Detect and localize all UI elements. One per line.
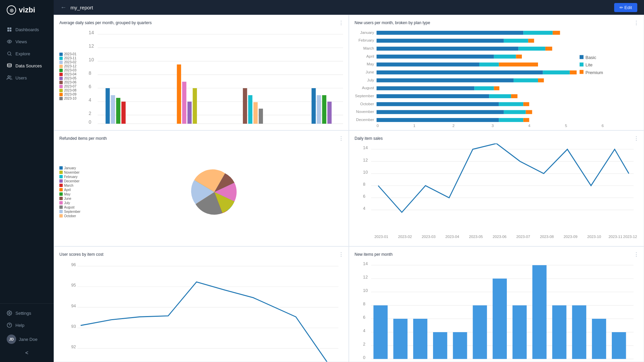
svg-rect-33 bbox=[111, 95, 115, 124]
svg-rect-36 bbox=[177, 64, 181, 124]
legend-item: 2023-10 bbox=[59, 97, 76, 100]
chart-card-3: Refunded items per month ⋮ January Novem… bbox=[54, 130, 349, 246]
sidebar-item-help[interactable]: Help bbox=[0, 319, 54, 331]
svg-text:2023-11: 2023-11 bbox=[608, 235, 622, 239]
svg-text:2023-09: 2023-09 bbox=[564, 235, 577, 239]
svg-text:August: August bbox=[362, 85, 374, 90]
svg-rect-80 bbox=[504, 39, 528, 43]
svg-rect-87 bbox=[489, 94, 511, 98]
svg-text:4: 4 bbox=[89, 97, 91, 103]
svg-rect-78 bbox=[377, 118, 499, 122]
chart-menu-4[interactable]: ⋮ bbox=[634, 135, 639, 142]
svg-text:0: 0 bbox=[89, 119, 91, 125]
explore-icon bbox=[7, 51, 12, 56]
settings-icon bbox=[7, 310, 12, 316]
svg-rect-1 bbox=[10, 27, 11, 29]
svg-text:2023-10: 2023-10 bbox=[587, 235, 601, 239]
svg-rect-94 bbox=[516, 55, 522, 59]
chart-svg-6: 14 12 10 8 6 4 2 0 bbox=[355, 259, 638, 362]
report-title: my_report bbox=[70, 5, 93, 10]
chart-menu-1[interactable]: ⋮ bbox=[338, 20, 344, 26]
svg-rect-180 bbox=[552, 305, 566, 359]
svg-text:95: 95 bbox=[71, 283, 76, 288]
svg-rect-81 bbox=[519, 47, 545, 51]
svg-rect-173 bbox=[413, 319, 427, 359]
sidebar-item-datasources[interactable]: Data Sources bbox=[0, 60, 54, 72]
svg-rect-3 bbox=[10, 30, 11, 32]
svg-rect-93 bbox=[545, 47, 552, 51]
user-profile[interactable]: JD Jane Doe bbox=[0, 331, 54, 347]
pie-chart-container: January November February December March… bbox=[59, 143, 343, 240]
collapse-icon: < bbox=[25, 350, 28, 356]
svg-rect-74 bbox=[377, 86, 475, 90]
svg-rect-34 bbox=[116, 98, 120, 124]
svg-rect-102 bbox=[523, 118, 529, 122]
svg-rect-70 bbox=[377, 55, 494, 59]
legend-item: 2023-02 bbox=[59, 60, 76, 64]
legend-item-feb: February bbox=[59, 175, 80, 179]
legend-item-jun: June bbox=[59, 197, 80, 200]
svg-rect-35 bbox=[121, 102, 126, 124]
svg-rect-44 bbox=[312, 88, 316, 124]
sidebar-item-settings[interactable]: Settings bbox=[0, 307, 54, 319]
sidebar-collapse-button[interactable]: < bbox=[0, 347, 54, 359]
svg-point-7 bbox=[7, 63, 11, 65]
legend-item: 2023-01 bbox=[59, 52, 76, 56]
svg-text:2023-02: 2023-02 bbox=[398, 235, 412, 239]
svg-text:October: October bbox=[360, 102, 374, 106]
svg-text:12: 12 bbox=[363, 275, 368, 280]
legend-item: 2023-12 bbox=[59, 64, 76, 68]
svg-text:4: 4 bbox=[363, 206, 365, 211]
svg-rect-47 bbox=[327, 102, 332, 124]
chart-menu-2[interactable]: ⋮ bbox=[634, 20, 639, 26]
svg-rect-177 bbox=[493, 279, 507, 359]
svg-text:2023-08: 2023-08 bbox=[540, 235, 554, 239]
svg-rect-107 bbox=[580, 70, 584, 74]
sidebar-item-users[interactable]: Users bbox=[0, 72, 54, 84]
svg-text:12: 12 bbox=[89, 43, 94, 49]
svg-rect-183 bbox=[612, 332, 626, 359]
svg-rect-91 bbox=[553, 31, 560, 35]
chart-card-6: New items per month ⋮ 14 12 10 8 6 4 2 0 bbox=[349, 246, 644, 362]
svg-rect-86 bbox=[474, 86, 494, 90]
chart-title-1: Average daily sales per month, grouped b… bbox=[59, 20, 343, 25]
svg-point-5 bbox=[8, 52, 11, 55]
svg-point-4 bbox=[9, 41, 10, 42]
back-button[interactable]: ← bbox=[60, 4, 66, 11]
svg-text:0: 0 bbox=[377, 123, 379, 127]
chart-menu-6[interactable]: ⋮ bbox=[634, 251, 639, 258]
chart-svg-1: 14 12 10 8 6 4 2 0 1 2 3 4 bbox=[79, 28, 343, 125]
legend-item-sep: September bbox=[59, 210, 80, 214]
svg-text:92: 92 bbox=[71, 344, 76, 349]
svg-text:6: 6 bbox=[602, 123, 604, 127]
chart-svg-5: 96 95 94 93 92 91 0 bbox=[59, 259, 343, 362]
edit-button[interactable]: ✏ Edit bbox=[614, 3, 637, 12]
sidebar-item-views[interactable]: Views bbox=[0, 36, 54, 48]
legend-item-jan: January bbox=[59, 166, 80, 170]
svg-text:10: 10 bbox=[363, 288, 368, 293]
svg-point-9 bbox=[9, 312, 10, 314]
sidebar: ◎ vizbi Dashboards Views Explore Data So… bbox=[0, 0, 54, 362]
sidebar-item-dashboards[interactable]: Dashboards bbox=[0, 23, 54, 36]
legend-item: 2023-11 bbox=[59, 56, 76, 60]
sidebar-item-explore[interactable]: Explore bbox=[0, 48, 54, 60]
svg-rect-43 bbox=[259, 109, 263, 124]
app-name: vizbi bbox=[19, 6, 35, 14]
svg-point-8 bbox=[8, 76, 9, 77]
svg-rect-69 bbox=[377, 47, 519, 51]
svg-text:2: 2 bbox=[89, 111, 91, 116]
svg-rect-46 bbox=[322, 95, 326, 124]
svg-rect-2 bbox=[7, 30, 9, 32]
chart-title-6: New items per month bbox=[355, 252, 638, 257]
legend-item: 2023-08 bbox=[59, 88, 76, 92]
dashboard-icon bbox=[7, 27, 12, 32]
svg-rect-175 bbox=[453, 332, 467, 359]
svg-rect-75 bbox=[377, 94, 489, 98]
datasources-icon bbox=[7, 63, 12, 68]
chart-menu-3[interactable]: ⋮ bbox=[338, 135, 344, 142]
chart-title-3: Refunded items per month bbox=[59, 136, 343, 141]
user-name: Jane Doe bbox=[19, 337, 38, 342]
svg-rect-182 bbox=[592, 319, 606, 359]
main-content: ← my_report ✏ Edit Average daily sales p… bbox=[54, 0, 644, 362]
chart-menu-5[interactable]: ⋮ bbox=[338, 251, 344, 258]
